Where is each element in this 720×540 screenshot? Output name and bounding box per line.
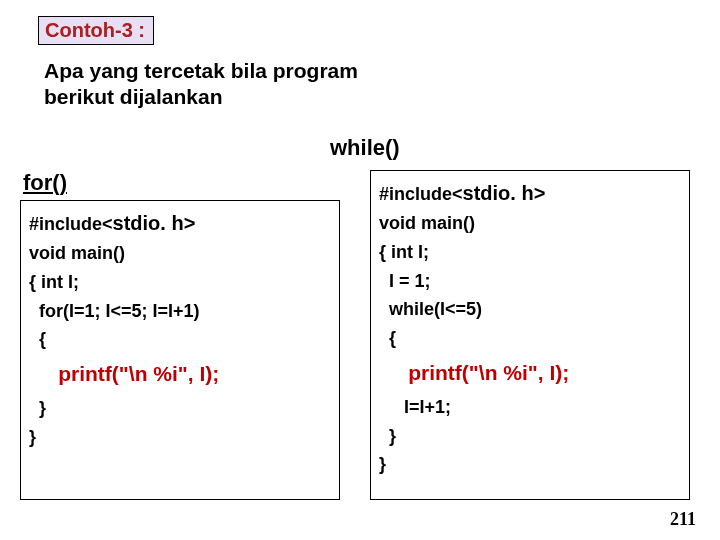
code-line: } [29, 394, 331, 423]
include-prefix: #include< [29, 214, 113, 234]
code-line: void main() [29, 239, 331, 268]
for-code-box: #include<stdio. h> void main() { int I; … [20, 200, 340, 500]
printf-string: "\n %i" [119, 362, 188, 385]
code-line: I=I+1; [379, 393, 681, 422]
printf-line: printf("\n %i", I); [379, 353, 681, 393]
printf-keyword: printf( [408, 361, 469, 384]
code-line: #include<stdio. h> [379, 177, 681, 209]
code-line: void main() [379, 209, 681, 238]
while-heading: while() [330, 135, 400, 161]
include-lib: stdio. h> [113, 212, 196, 234]
code-line: { [29, 325, 331, 354]
for-heading: for() [23, 170, 67, 196]
printf-line: printf("\n %i", I); [29, 354, 331, 394]
include-prefix: #include< [379, 184, 463, 204]
while-code-box: #include<stdio. h> void main() { int I; … [370, 170, 690, 500]
include-lib: stdio. h> [463, 182, 546, 204]
code-line: } [379, 450, 681, 479]
printf-keyword: printf( [58, 362, 119, 385]
code-line: { int I; [379, 238, 681, 267]
indent [379, 361, 408, 384]
code-line: I = 1; [379, 267, 681, 296]
code-line: for(I=1; I<=5; I=I+1) [29, 297, 331, 326]
code-line: } [29, 423, 331, 452]
indent [29, 362, 58, 385]
code-line: { [379, 324, 681, 353]
question-line1: Apa yang tercetak bila program [44, 59, 358, 82]
code-line: while(I<=5) [379, 295, 681, 324]
question-line2: berikut dijalankan [44, 85, 223, 108]
printf-arg: , I); [188, 362, 220, 385]
printf-arg: , I); [538, 361, 570, 384]
printf-string: "\n %i" [469, 361, 538, 384]
question-text: Apa yang tercetak bila program berikut d… [44, 58, 358, 111]
code-line: { int I; [29, 268, 331, 297]
example-title: Contoh-3 : [38, 16, 154, 45]
code-line: } [379, 422, 681, 451]
page-number: 211 [670, 509, 696, 530]
code-line: #include<stdio. h> [29, 207, 331, 239]
